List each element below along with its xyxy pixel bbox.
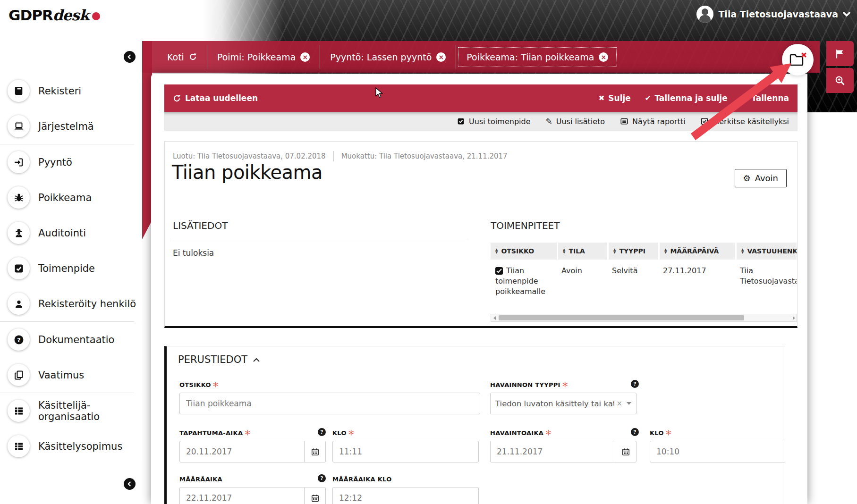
checkbox-checked-icon[interactable]	[495, 267, 503, 275]
sidebar-item-jarjestelma[interactable]: Järjestelmä	[0, 109, 142, 144]
maaraaika-klo-input[interactable]	[332, 487, 479, 504]
required-icon: *	[545, 428, 551, 441]
show-report-button[interactable]: Näytä raportti	[620, 117, 685, 126]
sidebar-item-dokumentaatio[interactable]: ? Dokumentaatio	[0, 322, 142, 357]
perustiedot-heading: PERUSTIEDOT	[178, 354, 247, 365]
havainnon-tyyppi-select[interactable]: Tiedon luvaton käsittely tai kat... ×	[490, 393, 636, 414]
record-card: Luotu: Tiia Tietosuojavastaava, 07.02.20…	[164, 141, 798, 328]
required-icon: *	[245, 428, 250, 441]
tab-poimi-poikkeama[interactable]: Poimi: Poikkeama ×	[209, 48, 318, 67]
action-bar: Uusi toimenpide ✎ Uusi lisätieto Näytä r…	[164, 112, 798, 131]
sidebar-item-rekisteri[interactable]: Rekisteri	[0, 73, 142, 109]
sidebar-item-label: Poikkeama	[38, 192, 92, 203]
check-square-icon	[457, 117, 465, 126]
help-icon[interactable]: ?	[318, 428, 326, 436]
scroll-right-icon[interactable]	[793, 316, 795, 320]
flag-button[interactable]	[826, 41, 854, 66]
horizontal-scrollbar[interactable]	[491, 314, 797, 322]
sidebar-item-kasittelysopimus[interactable]: Käsittelysopimus	[0, 428, 142, 464]
new-action-button[interactable]: Uusi toimenpide	[457, 117, 530, 126]
calendar-icon[interactable]	[304, 441, 325, 462]
logo-dot-icon	[92, 12, 100, 20]
toimenpiteet-section: TOIMENPITEET ▲▼OTSIKKO ▲▼TILA ▲▼TYYPPI ▲…	[491, 220, 797, 322]
sidebar-item-rekisteroity-henkilo[interactable]: Rekisteröity henkilö	[0, 286, 142, 321]
otsikko-input[interactable]	[179, 393, 480, 414]
cell-maarapaiva: 27.11.2017	[658, 260, 735, 302]
calendar-icon[interactable]	[615, 441, 636, 462]
close-folder-button[interactable]	[782, 44, 814, 76]
reload-button[interactable]: Lataa uudelleen	[173, 93, 258, 103]
save-button[interactable]: ✔ Tallenna	[742, 93, 789, 103]
tab-koti[interactable]: Koti	[159, 48, 205, 67]
tapahtuma-aika-datepicker[interactable]: 20.11.2017	[179, 441, 326, 462]
close-icon[interactable]: ×	[300, 52, 310, 62]
created-text: Luotu: Tiia Tietosuojavastaava, 07.02.20…	[173, 152, 326, 160]
user-icon	[8, 293, 30, 315]
help-icon[interactable]: ?	[631, 380, 639, 388]
auditor-icon	[8, 222, 30, 244]
sidebar-item-poikkeama[interactable]: Poikkeama	[0, 180, 142, 215]
chevron-down-icon	[843, 12, 850, 17]
sidebar-item-toimenpide[interactable]: Toimenpide	[0, 251, 142, 286]
close-button[interactable]: ✖ Sulje	[599, 93, 631, 103]
sort-icon: ▲▼	[741, 248, 744, 254]
havainto-klo-input[interactable]	[650, 441, 785, 462]
status-button[interactable]: ⚙ Avoin	[735, 169, 787, 187]
clear-icon[interactable]: ×	[616, 399, 622, 408]
tapahtuma-klo-input[interactable]	[332, 441, 479, 462]
user-menu[interactable]: Tiia Tietosuojavastaava	[696, 6, 850, 23]
sidebar-item-label: Auditointi	[38, 227, 86, 239]
sidebar-item-label: Rekisteri	[38, 85, 81, 97]
sidebar-item-auditointi[interactable]: Auditointi	[0, 215, 142, 251]
mark-handled-button[interactable]: Merkitse käsitellyksi	[700, 117, 789, 126]
column-header-otsikko[interactable]: ▲▼OTSIKKO	[491, 243, 557, 260]
table-row[interactable]: Tiian toimenpide poikkeamalle Avoin Selv…	[491, 260, 797, 302]
scrollbar-thumb[interactable]	[499, 315, 744, 320]
sidebar-item-pyynto[interactable]: Pyyntö	[0, 144, 142, 180]
x-icon: ✖	[599, 94, 605, 102]
new-note-button[interactable]: ✎ Uusi lisätieto	[545, 117, 605, 126]
sidebar-item-vaatimus[interactable]: Vaatimus	[0, 357, 142, 393]
tab-poikkeama-tiian-poikkeama[interactable]: Poikkeama: Tiian poikkeama ×	[458, 47, 617, 67]
sidebar-item-label: Järjestelmä	[38, 121, 94, 132]
havaintoaika-label: HAVAINTOAIKA*	[490, 429, 552, 437]
meta-divider	[333, 151, 334, 161]
cell-otsikko[interactable]: Tiian toimenpide poikkeamalle	[491, 260, 557, 302]
lisatiedot-divider	[173, 240, 467, 240]
check-icon: ✔	[742, 94, 748, 102]
caret-down-icon	[627, 402, 631, 405]
zoom-button[interactable]	[826, 68, 854, 93]
chevron-up-icon	[253, 358, 260, 362]
sidebar-collapse-bottom-button[interactable]	[124, 478, 136, 490]
calendar-icon[interactable]	[304, 487, 325, 504]
close-icon[interactable]: ×	[599, 52, 608, 62]
help-icon[interactable]: ?	[318, 474, 326, 482]
save-and-close-button[interactable]: ✔ Tallenna ja sulje	[645, 93, 728, 103]
tab-label: Koti	[167, 52, 184, 62]
date-value: 21.11.2017	[491, 441, 615, 462]
app-logo[interactable]: GDPRdesk	[8, 7, 100, 24]
column-header-tyyppi[interactable]: ▲▼TYYPPI	[607, 243, 658, 260]
tab-bar: Koti Poimi: Poikkeama × Pyyntö: Lassen p…	[142, 41, 820, 73]
tab-label: Pyyntö: Lassen pyyntö	[330, 52, 432, 62]
help-icon[interactable]: ?	[631, 428, 639, 436]
sidebar: Rekisteri Järjestelmä Pyyntö Poikkeama A…	[0, 73, 142, 464]
avatar	[696, 6, 713, 23]
refresh-icon[interactable]	[189, 53, 197, 61]
tab-pyynto-lassen-pyynto[interactable]: Pyyntö: Lassen pyyntö ×	[322, 48, 454, 67]
toimenpiteet-table: ▲▼OTSIKKO ▲▼TILA ▲▼TYYPPI ▲▼MÄÄRÄPÄIVÄ ▲…	[491, 243, 797, 302]
column-header-maarapaiva[interactable]: ▲▼MÄÄRÄPÄIVÄ	[658, 243, 735, 260]
sidebar-collapse-top-button[interactable]	[124, 51, 136, 63]
refresh-icon	[173, 94, 181, 102]
question-circle-icon: ?	[8, 328, 30, 351]
sidebar-item-kasittelija-organisaatio[interactable]: Käsittelijä-organisaatio	[0, 393, 142, 428]
havaintoaika-datepicker[interactable]: 21.11.2017	[490, 441, 636, 462]
perustiedot-header[interactable]: PERUSTIEDOT	[178, 354, 260, 365]
maaraaika-datepicker[interactable]: 22.11.2017	[179, 487, 326, 504]
cell-vastuuhenkilo: Tiia Tietosuojavastaava	[735, 260, 797, 302]
column-header-tila[interactable]: ▲▼TILA	[557, 243, 607, 260]
column-header-vastuuhenkilo[interactable]: ▲▼VASTUUHENKILÖ	[735, 243, 797, 260]
scroll-left-icon[interactable]	[491, 316, 498, 320]
sidebar-item-label: Käsittelysopimus	[38, 441, 122, 452]
close-icon[interactable]: ×	[436, 52, 446, 62]
